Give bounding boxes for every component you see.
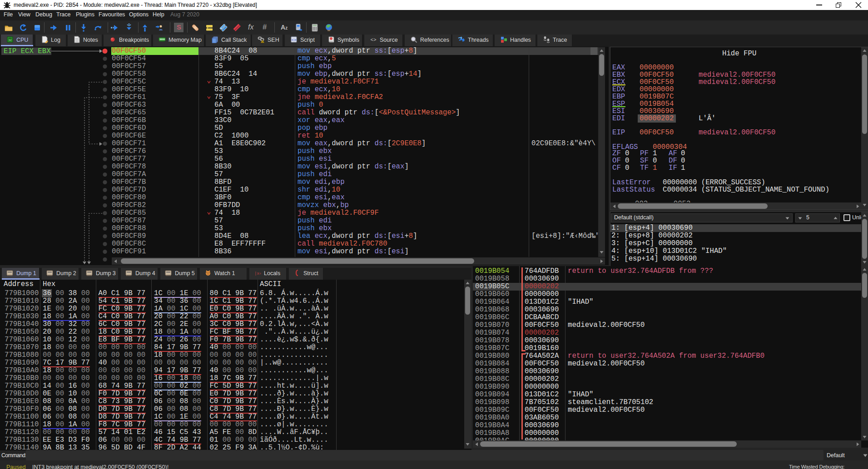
svg-text:<>: <>: [370, 37, 376, 43]
svg-text:!: !: [262, 40, 263, 43]
svg-text:<>: <>: [292, 38, 297, 43]
svg-text:|x=|: |x=|: [254, 272, 261, 276]
